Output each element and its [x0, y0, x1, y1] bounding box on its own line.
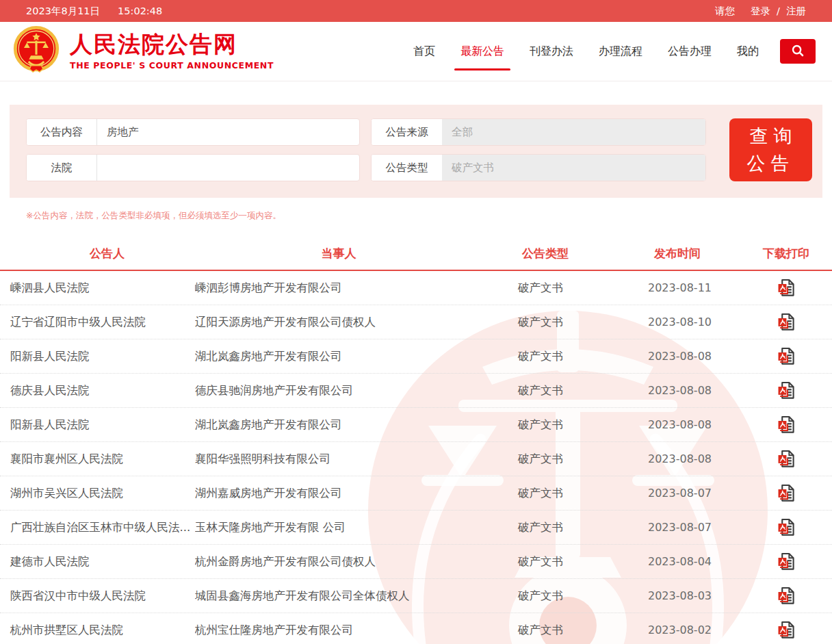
court-input[interactable] — [97, 155, 359, 181]
nav-item-latest-announcements[interactable]: 最新公告 — [460, 44, 504, 59]
party-cell: 德庆县驰润房地产开发有限公司 — [195, 383, 517, 398]
pdf-download-icon[interactable] — [777, 587, 795, 605]
table-row[interactable]: 嵊泗县人民法院 嵊泗彭博房地产开发有限公司 破产文书 2023-08-11 — [0, 271, 832, 305]
announcement-table-body: 嵊泗县人民法院 嵊泗彭博房地产开发有限公司 破产文书 2023-08-11 辽宁… — [0, 271, 832, 644]
site-title: 人民法院公告网 — [70, 32, 274, 57]
nav-item-home[interactable]: 首页 — [413, 44, 435, 59]
court-cell: 湖州市吴兴区人民法院 — [0, 486, 195, 501]
type-cell: 破产文书 — [517, 554, 648, 569]
site-logo[interactable]: 人民法院公告网 THE PEOPLE' S COURT ANNOUNCEMENT — [11, 25, 274, 78]
pdf-download-icon[interactable] — [777, 484, 795, 502]
table-header-row: 公告人 当事人 公告类型 发布时间 下载打印 — [0, 237, 832, 271]
login-link[interactable]: 登录 — [751, 5, 770, 18]
table-row[interactable]: 建德市人民法院 杭州金爵房地产开发有限公司债权人 破产文书 2023-08-04 — [0, 545, 832, 579]
query-announcement-button[interactable]: 查询公告 — [729, 118, 812, 181]
type-cell: 破产文书 — [517, 589, 648, 604]
greeting-text: 请您 — [715, 5, 735, 18]
site-header: 人民法院公告网 THE PEOPLE' S COURT ANNOUNCEMENT… — [0, 22, 832, 81]
column-header-announcer: 公告人 — [0, 246, 195, 261]
table-row[interactable]: 阳新县人民法院 湖北岚鑫房地产开发有限公司 破产文书 2023-08-08 — [0, 408, 832, 442]
type-cell: 破产文书 — [517, 417, 648, 433]
court-cell: 广西壮族自治区玉林市中级人民法... — [0, 520, 195, 535]
court-cell: 嵊泗县人民法院 — [0, 281, 195, 296]
search-button[interactable] — [780, 39, 816, 64]
table-row[interactable]: 湖州市吴兴区人民法院 湖州嘉威房地产开发有限公司 破产文书 2023-08-07 — [0, 476, 832, 511]
party-cell: 杭州宝仕隆房地产开发有限公司 — [195, 623, 517, 638]
nav-item-announcement-handling[interactable]: 公告办理 — [668, 44, 712, 59]
announcement-source-label: 公告来源 — [372, 119, 442, 145]
announcement-type-field: 公告类型 — [371, 154, 706, 181]
register-link[interactable]: 注册 — [786, 5, 806, 18]
court-cell: 阳新县人民法院 — [0, 349, 195, 364]
party-cell: 杭州金爵房地产开发有限公司债权人 — [195, 554, 517, 569]
page: 2023年8月11日 15:02:48 请您 登录 / 注册 — [0, 0, 832, 644]
site-subtitle: THE PEOPLE' S COURT ANNOUNCEMENT — [70, 60, 274, 70]
column-header-type: 公告类型 — [517, 246, 648, 261]
pdf-download-icon[interactable] — [777, 518, 795, 537]
announcement-content-input[interactable] — [97, 119, 359, 145]
pdf-download-icon[interactable] — [777, 450, 795, 468]
announcement-type-select[interactable] — [442, 155, 705, 181]
table-row[interactable]: 广西壮族自治区玉林市中级人民法... 玉林天隆房地产开发有限 公司 破产文书 2… — [0, 511, 832, 545]
date-cell: 2023-08-02 — [648, 623, 753, 636]
party-cell: 嵊泗彭博房地产开发有限公司 — [195, 281, 517, 296]
party-cell: 辽阳天源房地产开发有限公司债权人 — [195, 315, 517, 330]
current-time: 15:02:48 — [118, 5, 162, 16]
current-date: 2023年8月11日 — [26, 5, 100, 18]
announcement-source-field: 公告来源 — [371, 118, 706, 146]
type-cell: 破产文书 — [517, 349, 648, 364]
search-panel: 公告内容 公告来源 法院 公告类型 查询公告 — [10, 105, 822, 198]
nav-item-process-flow[interactable]: 办理流程 — [599, 44, 642, 59]
table-row[interactable]: 杭州市拱墅区人民法院 杭州宝仕隆房地产开发有限公司 破产文书 2023-08-0… — [0, 613, 832, 644]
pdf-download-icon[interactable] — [777, 552, 795, 571]
announcement-source-select[interactable] — [442, 119, 705, 145]
date-cell: 2023-08-07 — [648, 521, 753, 534]
pdf-download-icon[interactable] — [777, 279, 795, 297]
type-cell: 破产文书 — [517, 486, 648, 501]
date-cell: 2023-08-08 — [648, 418, 753, 431]
pdf-download-icon[interactable] — [777, 313, 795, 331]
party-cell: 襄阳华强照明科技有限公司 — [195, 452, 517, 467]
court-field: 法院 — [26, 154, 360, 181]
pdf-download-icon[interactable] — [777, 621, 795, 639]
type-cell: 破产文书 — [517, 452, 648, 467]
table-row[interactable]: 德庆县人民法院 德庆县驰润房地产开发有限公司 破产文书 2023-08-08 — [0, 374, 832, 408]
party-cell: 湖北岚鑫房地产开发有限公司 — [195, 417, 517, 433]
court-cell: 襄阳市襄州区人民法院 — [0, 452, 195, 467]
magnifier-icon — [791, 44, 805, 60]
column-header-publish-date: 发布时间 — [648, 246, 753, 261]
form-note: ※公告内容，法院，公告类型非必填项，但必须填选至少一项内容。 — [26, 210, 832, 222]
type-cell: 破产文书 — [517, 520, 648, 535]
column-header-download-print: 下载打印 — [753, 246, 832, 261]
party-cell: 玉林天隆房地产开发有限 公司 — [195, 520, 517, 535]
date-cell: 2023-08-03 — [648, 589, 753, 602]
table-row[interactable]: 辽宁省辽阳市中级人民法院 辽阳天源房地产开发有限公司债权人 破产文书 2023-… — [0, 305, 832, 339]
date-cell: 2023-08-11 — [648, 281, 753, 294]
nav-item-publication-methods[interactable]: 刊登办法 — [530, 44, 573, 59]
date-cell: 2023-08-04 — [648, 555, 753, 568]
court-cell: 辽宁省辽阳市中级人民法院 — [0, 315, 195, 330]
court-cell: 杭州市拱墅区人民法院 — [0, 623, 195, 638]
party-cell: 湖北岚鑫房地产开发有限公司 — [195, 349, 517, 364]
pdf-download-icon[interactable] — [777, 381, 795, 400]
table-row[interactable]: 襄阳市襄州区人民法院 襄阳华强照明科技有限公司 破产文书 2023-08-08 — [0, 442, 832, 476]
date-cell: 2023-08-08 — [648, 452, 753, 465]
topbar: 2023年8月11日 15:02:48 请您 登录 / 注册 — [0, 0, 832, 22]
court-cell: 建德市人民法院 — [0, 554, 195, 569]
party-cell: 湖州嘉威房地产开发有限公司 — [195, 486, 517, 501]
date-cell: 2023-08-10 — [648, 315, 753, 329]
date-cell: 2023-08-08 — [648, 384, 753, 397]
table-row[interactable]: 阳新县人民法院 湖北岚鑫房地产开发有限公司 破产文书 2023-08-08 — [0, 339, 832, 374]
type-cell: 破产文书 — [517, 623, 648, 638]
announcement-table: 公告人 当事人 公告类型 发布时间 下载打印 嵊泗县人民法院 嵊泗彭博房地产开发… — [0, 237, 832, 644]
pdf-download-icon[interactable] — [777, 415, 795, 434]
announcement-content-label: 公告内容 — [27, 119, 97, 145]
pdf-download-icon[interactable] — [777, 347, 795, 365]
court-cell: 阳新县人民法院 — [0, 417, 195, 433]
login-register-divider: / — [777, 5, 780, 16]
date-cell: 2023-08-07 — [648, 487, 753, 500]
table-row[interactable]: 陕西省汉中市中级人民法院 城固县鑫海房地产开发有限公司全体债权人 破产文书 20… — [0, 579, 832, 613]
nav-item-mine[interactable]: 我的 — [737, 44, 759, 59]
main-nav: 首页 最新公告 刊登办法 办理流程 公告办理 我的 — [413, 39, 816, 64]
type-cell: 破产文书 — [517, 281, 648, 296]
